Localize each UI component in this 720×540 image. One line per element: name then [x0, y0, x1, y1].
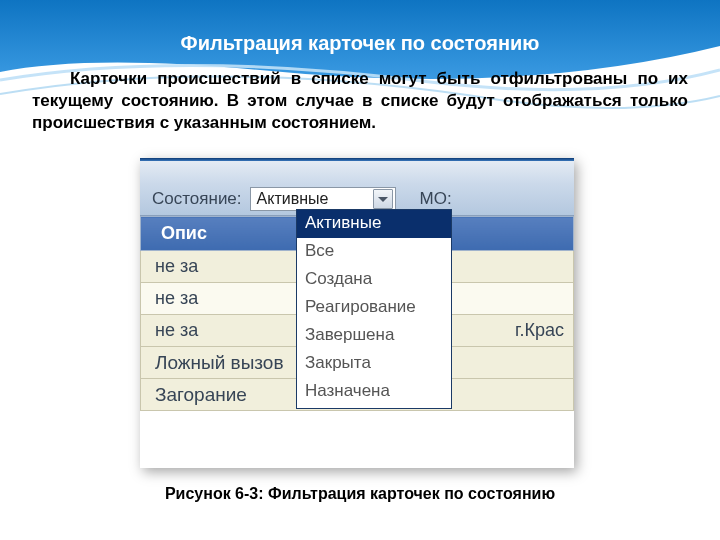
dropdown-option[interactable]: Закрыта	[297, 350, 451, 378]
figure-caption: Рисунок 6-3: Фильтрация карточек по сост…	[0, 485, 720, 503]
state-selected-value: Активные	[257, 190, 329, 208]
state-label: Состояние:	[152, 189, 242, 209]
dropdown-option[interactable]: Завершена	[297, 322, 451, 350]
page-title: Фильтрация карточек по состоянию	[0, 32, 720, 55]
app-toolbar: Состояние: Активные МО:	[140, 158, 574, 216]
dropdown-option[interactable]: Реагирование	[297, 294, 451, 322]
mo-label: МО:	[420, 189, 452, 209]
app-screenshot: Состояние: Активные МО: Опис не за не за…	[140, 158, 574, 468]
chevron-down-icon	[378, 197, 388, 202]
dropdown-option[interactable]: Все	[297, 238, 451, 266]
dropdown-option[interactable]: Назначена	[297, 378, 451, 406]
dropdown-option[interactable]: Активные	[297, 210, 451, 238]
intro-text: Карточки происшествий в списке могут быт…	[32, 69, 688, 132]
state-dropdown-list[interactable]: Активные Все Создана Реагирование Заверш…	[296, 209, 452, 409]
combobox-toggle[interactable]	[373, 189, 393, 209]
intro-paragraph: Карточки происшествий в списке могут быт…	[32, 68, 688, 134]
dropdown-option[interactable]: Создана	[297, 266, 451, 294]
state-combobox[interactable]: Активные	[250, 187, 396, 211]
